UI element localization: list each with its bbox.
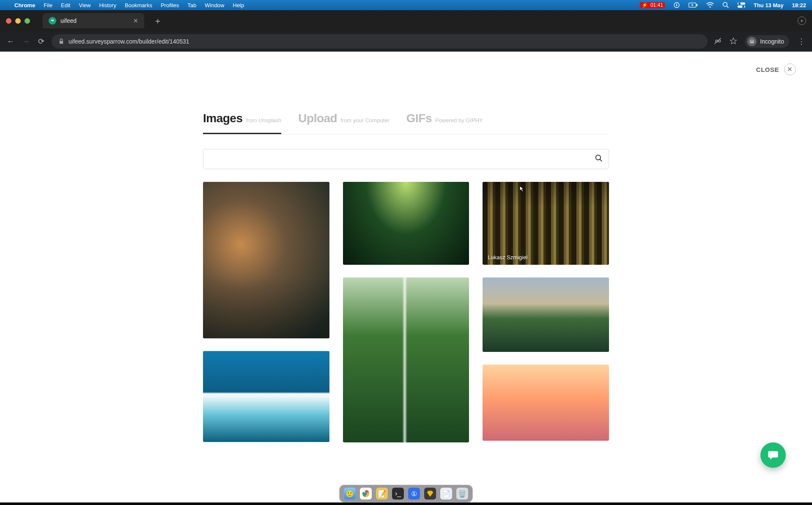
wifi-icon[interactable]: [706, 2, 714, 8]
menubar-item-file[interactable]: File: [44, 2, 52, 8]
chat-fab-button[interactable]: [760, 442, 786, 468]
macos-dock: 🙂 📝 ›_ ① 📄 🗑️: [339, 485, 473, 502]
url-text: uifeed.surveysparrow.com/builder/edit/14…: [69, 38, 189, 45]
menubar-item-edit[interactable]: Edit: [61, 2, 70, 8]
image-result[interactable]: [343, 277, 469, 442]
search-icon[interactable]: [595, 154, 603, 164]
tab-upload-sub: from your Computer: [340, 117, 390, 124]
menubar-item-window[interactable]: Window: [205, 2, 224, 8]
menubar-item-profiles[interactable]: Profiles: [161, 2, 179, 8]
site-favicon-icon: ༄: [49, 17, 56, 25]
window-maximize-button[interactable]: [25, 18, 30, 24]
close-icon: ✕: [784, 63, 796, 75]
bookmark-star-icon[interactable]: [730, 37, 737, 46]
page-body: CLOSE ✕ Images from Unsplash Upload from…: [0, 52, 812, 475]
menubar-item-history[interactable]: History: [99, 2, 116, 8]
menubar-item-tab[interactable]: Tab: [187, 2, 196, 8]
reload-button[interactable]: ⟳: [36, 37, 46, 46]
tab-images-label: Images: [203, 112, 243, 125]
image-result[interactable]: [483, 365, 609, 441]
cursor-icon: [519, 185, 526, 192]
macos-menubar: Chrome File Edit View History Bookmarks …: [0, 0, 812, 10]
search-input[interactable]: [209, 156, 595, 163]
dock-app-terminal[interactable]: ›_: [392, 488, 404, 500]
tab-images[interactable]: Images from Unsplash: [203, 112, 281, 134]
browser-tab[interactable]: ༄ uifeed ✕: [43, 13, 144, 28]
svg-line-17: [600, 159, 602, 162]
svg-point-14: [750, 41, 752, 43]
close-button[interactable]: CLOSE ✕: [756, 63, 796, 75]
image-credit: Lukasz Szmigiel: [488, 254, 527, 261]
dock-app-finder[interactable]: 🙂: [344, 488, 356, 500]
svg-point-8: [738, 3, 741, 5]
image-result[interactable]: [203, 182, 329, 338]
window-minimize-button[interactable]: [15, 18, 21, 24]
tab-title: uifeed: [60, 17, 77, 24]
tab-upload[interactable]: Upload from your Computer: [298, 112, 389, 134]
status-icon[interactable]: [673, 2, 680, 8]
svg-line-5: [727, 6, 728, 8]
browser-tabs-row: ༄ uifeed ✕ ＋ ▾: [0, 10, 812, 31]
window-controls: [6, 18, 30, 24]
svg-rect-2: [697, 4, 698, 6]
tabs-menu-button[interactable]: ▾: [798, 16, 806, 25]
menubar-date[interactable]: Thu 13 May: [754, 2, 784, 8]
new-tab-button[interactable]: ＋: [154, 15, 162, 27]
tab-close-icon[interactable]: ✕: [133, 17, 138, 24]
lock-icon: [58, 38, 64, 44]
image-gallery: Lukasz Szmigiel: [203, 182, 609, 442]
tab-upload-label: Upload: [298, 112, 337, 125]
svg-point-15: [752, 41, 754, 43]
tab-gifs-sub: Powered by GIPHY: [435, 117, 483, 124]
macos-dock-area: 🙂 📝 ›_ ① 📄 🗑️: [0, 475, 812, 505]
chat-icon: [767, 449, 779, 461]
tab-images-sub: from Unsplash: [246, 117, 282, 124]
dock-app-onepassword[interactable]: ①: [408, 488, 420, 500]
svg-point-9: [742, 5, 744, 8]
svg-point-3: [709, 6, 710, 8]
power-icon[interactable]: [689, 2, 698, 8]
incognito-badge[interactable]: Incognito: [745, 35, 789, 48]
menubar-item-help[interactable]: Help: [233, 2, 244, 8]
tab-gifs-label: GIFs: [406, 112, 432, 125]
dock-app-chrome[interactable]: [360, 488, 372, 500]
dock-app-notes[interactable]: 📝: [376, 488, 388, 500]
control-center-icon[interactable]: [738, 2, 745, 8]
svg-point-16: [596, 155, 601, 160]
dock-app-sketch[interactable]: [424, 488, 436, 500]
incognito-label: Incognito: [760, 38, 784, 45]
image-result[interactable]: [483, 277, 609, 352]
tab-gifs[interactable]: GIFs Powered by GIPHY: [406, 112, 483, 134]
menubar-app-name[interactable]: Chrome: [14, 2, 35, 8]
menubar-item-view[interactable]: View: [79, 2, 91, 8]
close-label: CLOSE: [756, 66, 779, 73]
browser-toolbar: ← → ⟳ uifeed.surveysparrow.com/builder/e…: [0, 31, 812, 52]
image-result[interactable]: Lukasz Szmigiel: [483, 182, 609, 265]
image-result[interactable]: [343, 182, 469, 265]
svg-point-4: [723, 3, 727, 7]
dock-app-textedit[interactable]: 📄: [440, 488, 452, 500]
search-box[interactable]: [203, 149, 609, 169]
menubar-item-bookmarks[interactable]: Bookmarks: [125, 2, 152, 8]
back-button[interactable]: ←: [6, 37, 15, 46]
image-result[interactable]: [203, 351, 329, 442]
svg-rect-10: [60, 41, 63, 44]
incognito-icon: [747, 37, 757, 46]
source-tabs: Images from Unsplash Upload from your Co…: [203, 112, 609, 134]
window-close-button[interactable]: [6, 18, 11, 24]
forward-button[interactable]: →: [21, 37, 30, 46]
dock-app-trash[interactable]: 🗑️: [456, 488, 468, 500]
browser-window: ༄ uifeed ✕ ＋ ▾ ← → ⟳ uifeed.surveysparro…: [0, 10, 812, 52]
kebab-menu-icon[interactable]: ⋮: [797, 37, 806, 46]
menubar-time[interactable]: 18:22: [792, 2, 806, 8]
no-tracking-icon[interactable]: [713, 37, 722, 47]
spotlight-icon[interactable]: [722, 2, 729, 8]
battery-status[interactable]: ⚡01:41: [640, 2, 665, 8]
address-bar[interactable]: uifeed.surveysparrow.com/builder/edit/14…: [52, 34, 708, 49]
